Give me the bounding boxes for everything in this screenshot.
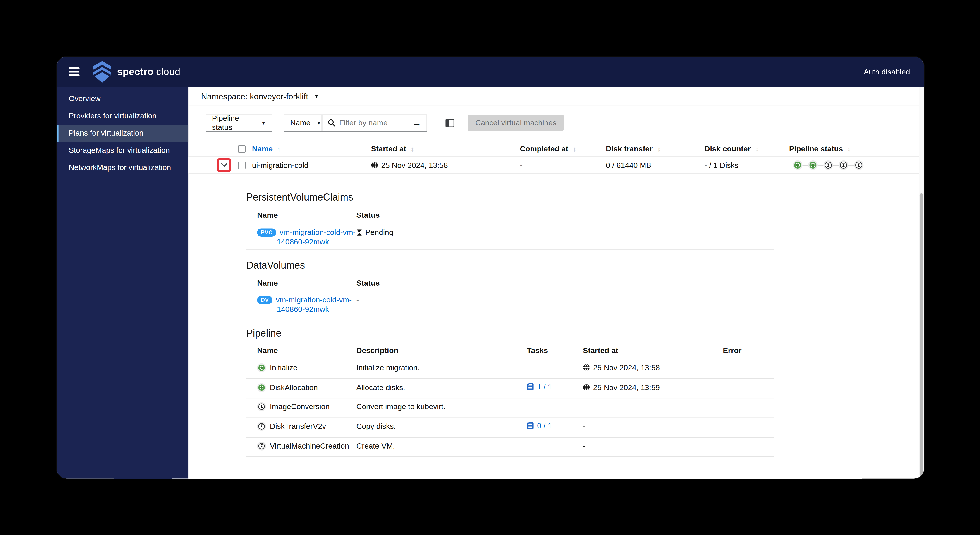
pvc-status-cell: Pending xyxy=(356,228,393,237)
vertical-scrollbar[interactable] xyxy=(919,87,924,478)
filter-category-value: Pipeline status xyxy=(212,114,255,132)
spectro-cloud-logo-icon xyxy=(92,61,112,85)
globe-icon xyxy=(371,162,378,169)
disk-transfer-cell: 0 / 61440 MB xyxy=(606,157,651,174)
app-header: spectro cloud Auth disabled xyxy=(57,57,924,87)
sort-ascending-icon: ↑ xyxy=(277,145,281,153)
column-header-started-at[interactable]: Started at↕ xyxy=(371,144,414,153)
pipeline-row: DiskAllocation xyxy=(257,382,318,392)
step-done-icon xyxy=(793,161,802,170)
search-input[interactable]: Filter by name → xyxy=(322,114,427,132)
row-checkbox[interactable] xyxy=(238,162,246,169)
sort-icon: ↕ xyxy=(847,145,851,153)
chevron-down-icon: ▼ xyxy=(316,120,321,126)
select-all-checkbox[interactable] xyxy=(238,145,246,153)
pvc-badge: PVC xyxy=(257,228,276,237)
pipeline-started: 25 Nov 2024, 13:58 xyxy=(583,363,660,372)
scrollbar-thumb[interactable] xyxy=(920,194,923,477)
step-done-icon xyxy=(257,383,266,392)
step-done-icon xyxy=(808,161,818,170)
dv-row: DV vm-migration-cold-vm- xyxy=(257,295,352,304)
namespace-selector[interactable]: Namespace: konveyor-forklift ▼ xyxy=(188,87,924,106)
pvc-link-line1[interactable]: vm-migration-cold-vm- xyxy=(280,228,356,237)
clipboard-tasks-icon xyxy=(527,382,534,391)
filter-field-select[interactable]: Name ▼ xyxy=(284,114,322,132)
step-pending-icon xyxy=(823,161,833,170)
manage-columns-icon[interactable] xyxy=(445,118,454,130)
pipeline-row: Initialize xyxy=(257,363,298,372)
pvc-col-status: Status xyxy=(356,211,380,220)
pipeline-row: DiskTransferV2v xyxy=(257,421,326,431)
brand-wordmark: spectro cloud xyxy=(117,57,180,87)
hourglass-icon xyxy=(356,229,362,236)
sidebar-item-networkmaps[interactable]: NetworkMaps for virtualization xyxy=(57,159,188,176)
cancel-virtual-machines-button[interactable]: Cancel virtual machines xyxy=(468,115,564,131)
column-header-name[interactable]: Name↑ xyxy=(252,144,281,153)
column-header-completed-at[interactable]: Completed at↕ xyxy=(520,144,576,153)
sort-icon: ↕ xyxy=(573,145,576,153)
step-pending-icon xyxy=(257,441,266,450)
pipeline-description: Allocate disks. xyxy=(356,383,406,392)
pipeline-status-steps xyxy=(793,161,864,170)
sort-icon: ↕ xyxy=(755,145,759,153)
pipeline-description: Create VM. xyxy=(356,441,395,451)
sidebar-item-plans[interactable]: Plans for virtualization xyxy=(57,125,188,142)
pipeline-started: - xyxy=(583,441,585,451)
column-header-disk-counter[interactable]: Disk counter↕ xyxy=(705,144,759,153)
column-header-disk-transfer[interactable]: Disk transfer↕ xyxy=(606,144,660,153)
pipeline-tasks-link[interactable]: 1 / 1 xyxy=(527,382,552,391)
filter-category-select[interactable]: Pipeline status ▼ xyxy=(205,114,272,132)
search-submit-arrow-icon[interactable]: → xyxy=(412,118,421,128)
step-pending-icon xyxy=(839,161,848,170)
chevron-down-icon: ▼ xyxy=(314,94,319,99)
chevron-down-icon: ▼ xyxy=(261,120,266,126)
dv-col-status: Status xyxy=(356,279,380,288)
sidebar-item-storagemaps[interactable]: StorageMaps for virtualization xyxy=(57,142,188,159)
pipeline-description: Initialize migration. xyxy=(356,363,420,372)
pipeline-section-title: Pipeline xyxy=(246,328,281,339)
completed-at-cell: - xyxy=(520,157,522,174)
dv-status-cell: - xyxy=(356,296,359,305)
hamburger-menu-icon[interactable] xyxy=(69,67,80,76)
dv-link-line1[interactable]: vm-migration-cold-vm- xyxy=(276,295,352,304)
pipeline-started: - xyxy=(583,422,585,431)
chevron-down-icon xyxy=(220,163,228,167)
plans-table-header: Name↑ Started at↕ Completed at↕ Disk tra… xyxy=(188,141,919,156)
sidebar-nav: Overview Providers for virtualization Pl… xyxy=(57,87,188,478)
brand-primary: spectro xyxy=(117,66,153,78)
dv-section-title: DataVolumes xyxy=(246,260,305,271)
pipeline-tasks-link[interactable]: 0 / 1 xyxy=(527,421,552,430)
screenshot-stage: spectro cloud Auth disabled Overview Pro… xyxy=(0,0,980,535)
app-window: spectro cloud Auth disabled Overview Pro… xyxy=(57,57,924,478)
section-divider xyxy=(246,249,775,250)
row-divider xyxy=(246,437,775,438)
search-icon xyxy=(328,119,336,127)
pl-col-description: Description xyxy=(356,346,399,355)
disk-counter-cell: - / 1 Disks xyxy=(705,157,738,174)
sidebar-item-providers[interactable]: Providers for virtualization xyxy=(57,108,188,125)
step-pending-icon xyxy=(257,402,266,411)
expand-row-toggle-annotated[interactable] xyxy=(217,158,231,172)
sidebar-item-overview[interactable]: Overview xyxy=(57,90,188,108)
row-divider xyxy=(246,417,775,418)
column-header-pipeline-status[interactable]: Pipeline status↕ xyxy=(789,144,851,153)
pvc-row: PVC vm-migration-cold-vm- xyxy=(257,228,356,237)
table-row-ui-migration-cold: ui-migration-cold 25 Nov 2024, 13:58 - 0… xyxy=(188,157,919,174)
pipeline-description: Copy disks. xyxy=(356,422,396,431)
step-pending-icon xyxy=(854,161,864,170)
auth-status-label: Auth disabled xyxy=(864,57,910,87)
pvc-link-line2[interactable]: 140860-92mwk xyxy=(277,237,329,246)
section-divider xyxy=(246,317,775,318)
sort-icon: ↕ xyxy=(411,145,414,153)
sort-icon: ↕ xyxy=(657,145,660,153)
step-pending-icon xyxy=(257,422,266,430)
pipeline-row: VirtualMachineCreation xyxy=(257,441,349,451)
step-done-icon xyxy=(257,363,266,372)
namespace-label: Namespace: konveyor-forklift xyxy=(201,92,308,101)
pipeline-description: Convert image to kubevirt. xyxy=(356,402,445,411)
pipeline-started: - xyxy=(583,402,585,411)
plan-name-cell: ui-migration-cold xyxy=(252,157,308,174)
dv-link-line2[interactable]: 140860-92mwk xyxy=(277,305,329,314)
row-divider xyxy=(246,378,775,379)
filter-field-value: Name xyxy=(290,118,310,127)
